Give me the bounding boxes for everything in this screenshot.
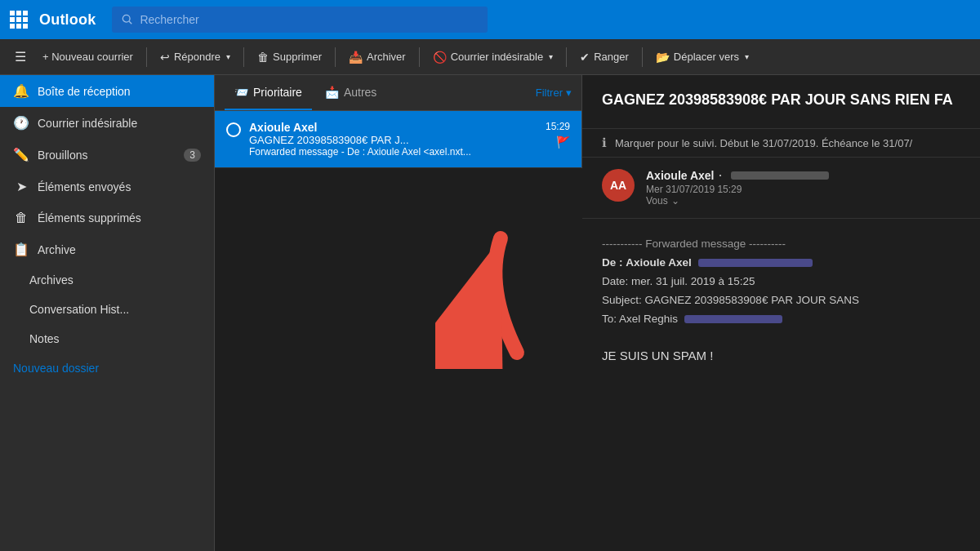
- sidebar-item-archives[interactable]: Archives: [0, 265, 214, 295]
- to-email-blurred: [684, 315, 782, 323]
- email-list: 📨 Prioritaire 📩 Autres Filtrer ▾ Axioule…: [215, 75, 582, 168]
- archive-button[interactable]: 📥 Archiver: [342, 47, 412, 67]
- email-preview: Forwarded message - De : Axioule Axel <a…: [249, 146, 537, 158]
- inbox-icon: 🔔: [13, 83, 29, 99]
- red-arrow-annotation: [435, 189, 599, 353]
- email-detail: GAGNEZ 20398583908€ PAR JOUR SANS RIEN F…: [582, 75, 980, 551]
- email-item[interactable]: Axioule Axel GAGNEZ 20398583908€ PAR J..…: [215, 111, 581, 168]
- toolbar: ☰ + Nouveau courrier ↩ Répondre ▾ 🗑 Supp…: [0, 39, 980, 75]
- sidebar-item-junk[interactable]: 🕐 Courrier indésirable: [0, 107, 214, 139]
- sidebar-item-deleted[interactable]: 🗑 Éléments supprimés: [0, 202, 214, 233]
- delete-icon: 🗑: [257, 51, 269, 64]
- spam-text: JE SUIS UN SPAM !: [602, 345, 960, 367]
- new-mail-label: + Nouveau courrier: [42, 51, 133, 63]
- email-list-tabs: 📨 Prioritaire 📩 Autres Filtrer ▾: [215, 75, 581, 111]
- move-to-icon: 📂: [656, 51, 670, 64]
- search-bar[interactable]: [112, 7, 488, 33]
- hamburger-button[interactable]: ☰: [8, 46, 33, 68]
- divider-5: [566, 47, 567, 67]
- app-name: Outlook: [39, 11, 96, 29]
- reply-chevron-icon: ▾: [226, 52, 230, 61]
- email-time: 15:29: [546, 121, 570, 132]
- email-unread-dot: [226, 122, 241, 137]
- sidebar-item-archive[interactable]: 📋 Archive: [0, 233, 214, 265]
- to-line: To: Axel Reghis: [602, 310, 960, 329]
- sender-info: Axioule Axel Mer 31/07/2019 15:29 Vous ⌄: [646, 169, 960, 207]
- drafts-badge: 3: [184, 149, 201, 162]
- avatar: AA: [602, 169, 635, 202]
- sender-to: Vous ⌄: [646, 195, 960, 207]
- sidebar-item-drafts[interactable]: ✏️ Brouillons 3: [0, 139, 214, 171]
- detail-title: GAGNEZ 20398583908€ PAR JOUR SANS RIEN F…: [602, 91, 960, 109]
- alert-icon: ℹ: [602, 136, 607, 150]
- sender-date: Mer 31/07/2019 15:29: [646, 184, 960, 195]
- app-grid-icon[interactable]: [10, 11, 28, 29]
- drafts-icon: ✏️: [13, 147, 29, 162]
- reply-icon: ↩: [160, 51, 170, 64]
- tab-prioritaire[interactable]: 📨 Prioritaire: [225, 75, 312, 110]
- detail-header: GAGNEZ 20398583908€ PAR JOUR SANS RIEN F…: [582, 75, 980, 129]
- sidebar-item-sent[interactable]: ➤ Éléments envoyés: [0, 171, 214, 202]
- detail-alert: ℹ Marquer pour le suivi. Début le 31/07/…: [582, 129, 980, 158]
- email-content: Axioule Axel GAGNEZ 20398583908€ PAR J..…: [249, 121, 537, 158]
- archive-folder-icon: 📋: [13, 242, 29, 257]
- date-line: Date: mer. 31 juil. 2019 à 15:25: [602, 273, 960, 291]
- divider-6: [642, 47, 643, 67]
- prioritaire-icon: 📨: [234, 86, 248, 99]
- sidebar-item-notes[interactable]: Notes: [0, 324, 214, 353]
- move-button[interactable]: ✔ Ranger: [573, 47, 635, 67]
- junk-chevron-icon: ▾: [549, 52, 553, 61]
- svg-line-1: [130, 21, 132, 24]
- archive-icon: 📥: [349, 51, 363, 64]
- deleted-icon: 🗑: [13, 211, 29, 225]
- sender-email-blurred: [731, 171, 829, 180]
- email-meta: 15:29 🚩: [546, 121, 570, 149]
- from-email-blurred: [698, 259, 813, 267]
- divider-2: [243, 47, 244, 67]
- new-mail-button[interactable]: + Nouveau courrier: [36, 47, 140, 66]
- junk-button[interactable]: 🚫 Courrier indésirable ▾: [426, 47, 559, 67]
- from-line: De : Axioule Axel: [602, 254, 960, 273]
- expand-icon[interactable]: ⌄: [671, 195, 679, 207]
- divider-3: [335, 47, 336, 67]
- sidebar-item-new-folder[interactable]: Nouveau dossier: [0, 353, 214, 383]
- sidebar-item-convhist[interactable]: Conversation Hist...: [0, 295, 214, 324]
- sent-icon: ➤: [13, 179, 29, 194]
- reply-button[interactable]: ↩ Répondre ▾: [154, 47, 237, 67]
- sidebar-item-inbox[interactable]: 🔔 Boîte de réception: [0, 75, 214, 107]
- junk-icon: 🚫: [433, 51, 447, 64]
- divider-4: [419, 47, 420, 67]
- search-icon: [122, 14, 133, 25]
- filter-button[interactable]: Filtrer ▾: [536, 87, 572, 99]
- autres-icon: 📩: [325, 86, 339, 99]
- detail-sender-row: AA Axioule Axel Mer 31/07/2019 15:29 Vou…: [582, 158, 980, 219]
- tab-autres[interactable]: 📩 Autres: [315, 75, 386, 110]
- email-subject: GAGNEZ 20398583908€ PAR J...: [249, 134, 537, 146]
- move-icon: ✔: [580, 51, 590, 64]
- svg-point-0: [123, 15, 131, 22]
- move-to-button[interactable]: 📂 Déplacer vers ▾: [649, 47, 755, 67]
- search-input[interactable]: [140, 13, 478, 26]
- top-bar: Outlook: [0, 0, 980, 39]
- move-to-chevron-icon: ▾: [745, 52, 749, 61]
- alert-text: Marquer pour le suivi. Début le 31/07/20…: [615, 137, 912, 149]
- sender-name: Axioule Axel: [646, 169, 715, 182]
- subject-line: Subject: GAGNEZ 20398583908€ PAR JOUR SA…: [602, 291, 960, 310]
- sidebar: 🔔 Boîte de réception 🕐 Courrier indésira…: [0, 75, 215, 551]
- email-sender: Axioule Axel: [249, 121, 537, 134]
- fwd-separator: ----------- Forwarded message ----------: [602, 235, 960, 254]
- junk-mail-icon: 🕐: [13, 115, 29, 131]
- divider-1: [146, 47, 147, 67]
- delete-button[interactable]: 🗑 Supprimer: [251, 47, 328, 67]
- detail-body: ----------- Forwarded message ----------…: [582, 219, 980, 382]
- main-area: 🔔 Boîte de réception 🕐 Courrier indésira…: [0, 75, 980, 551]
- filter-chevron-icon: ▾: [566, 87, 572, 99]
- email-flag-icon: 🚩: [556, 136, 570, 149]
